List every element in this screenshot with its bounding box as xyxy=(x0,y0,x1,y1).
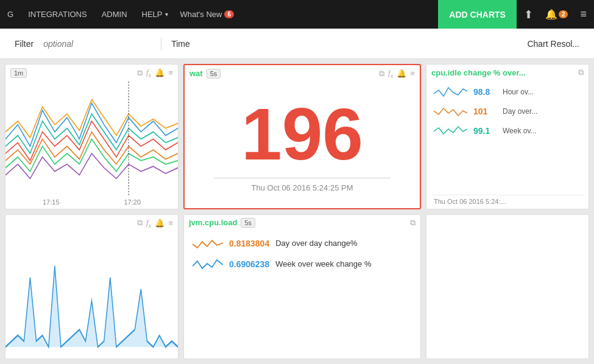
chart-resolution-label: Chart Resol... xyxy=(527,39,579,49)
wat-title: wat xyxy=(189,69,203,78)
bottom-left-chart-body xyxy=(5,231,178,359)
menu-button[interactable]: ≡ xyxy=(573,0,594,29)
main-content: 1m ⧉ fx 🔔 ≡ xyxy=(0,59,594,364)
jvm-interval-badge: 5s xyxy=(241,218,255,228)
notifications-badge: 2 xyxy=(559,10,568,18)
wat-copy-icon[interactable]: ⧉ xyxy=(379,69,384,79)
cpu-timestamp: Thu Oct 06 2016 5:24:... xyxy=(426,195,589,209)
jvm-value-0: 0.8183804 xyxy=(229,239,269,248)
blc-menu-icon[interactable]: ≡ xyxy=(168,219,173,228)
blc-bell-icon[interactable]: 🔔 xyxy=(155,219,164,228)
add-charts-button[interactable]: ADD CHARTS xyxy=(438,0,517,29)
wat-chart-header: wat 5s ⧉ fx 🔔 ≡ xyxy=(185,65,420,82)
cpu-value-2: 99.1 xyxy=(473,126,497,136)
nav-item-integrations[interactable]: INTEGRATIONS xyxy=(21,0,94,29)
jvm-desc-1: Week over week change % xyxy=(275,259,371,268)
wat-chart-card: wat 5s ⧉ fx 🔔 ≡ 196 Thu Oct 06 2016 5:24… xyxy=(183,64,421,209)
jvm-chart-header: jvm.cpu.load 5s ⧉ xyxy=(184,215,420,231)
chevron-down-icon: ▾ xyxy=(165,11,168,18)
wat-menu-icon[interactable]: ≡ xyxy=(410,69,415,78)
nav-item-g[interactable]: G xyxy=(0,0,21,29)
filter-bar: Filter Time Chart Resol... xyxy=(0,29,594,59)
cpu-desc-0: Hour ov... xyxy=(503,88,534,96)
top-left-chart-header: 1m ⧉ fx 🔔 ≡ xyxy=(5,65,178,82)
top-left-chart-card: 1m ⧉ fx 🔔 ≡ xyxy=(5,64,179,209)
bottom-right-placeholder xyxy=(426,214,589,360)
bell-icon: 🔔 xyxy=(545,9,557,20)
sparkline-orange xyxy=(434,105,467,118)
top-left-chart-footer: 17:15 17:20 xyxy=(5,197,178,209)
bottom-left-chart-card: ⧉ fx 🔔 ≡ xyxy=(5,214,179,360)
wat-timestamp: Thu Oct 06 2016 5:24:25 PM xyxy=(252,183,353,192)
cpu-title: cpu.idle change % over... xyxy=(431,68,526,77)
wat-value: 196 xyxy=(241,97,363,170)
cpu-value-1: 101 xyxy=(473,107,497,116)
nav-item-admin[interactable]: ADMIN xyxy=(94,0,135,29)
cpu-row-2: 99.1 Week ov... xyxy=(434,124,581,138)
cpu-desc-1: Day over... xyxy=(503,107,537,116)
jvm-row-1: 0.6906238 Week over week change % xyxy=(193,257,412,271)
cpu-chart-header: cpu.idle change % over... ⧉ xyxy=(426,65,589,80)
jvm-sparkline-orange xyxy=(193,237,223,250)
jvm-desc-0: Day over day change% xyxy=(275,239,357,248)
copy-icon[interactable]: ⧉ xyxy=(137,68,143,78)
nav-item-help[interactable]: HELP ▾ xyxy=(135,0,175,29)
nav-item-whats-new[interactable]: What's New 6 xyxy=(175,0,239,29)
wat-interval-badge: 5s xyxy=(207,69,221,79)
wat-bell-icon[interactable]: 🔔 xyxy=(397,69,406,78)
top-nav: G INTEGRATIONS ADMIN HELP ▾ What's New 6… xyxy=(0,0,594,29)
cpu-copy-icon[interactable]: ⧉ xyxy=(578,68,584,77)
cpu-desc-2: Week ov... xyxy=(503,127,537,135)
cpu-value-0: 98.8 xyxy=(473,87,497,97)
interval-badge-1m: 1m xyxy=(10,68,27,78)
bottom-charts-row: ⧉ fx 🔔 ≡ jvm.cpu.load 5s ⧉ xyxy=(5,214,589,360)
wat-function-icon[interactable]: fx xyxy=(388,68,393,79)
filter-input[interactable] xyxy=(43,39,151,49)
jvm-chart-card: jvm.cpu.load 5s ⧉ 0.8183804 Day over day… xyxy=(183,214,421,360)
cpu-idle-chart-card: cpu.idle change % over... ⧉ 98.8 Hour ov… xyxy=(426,64,589,209)
upload-button[interactable]: ⬆ xyxy=(517,0,540,29)
cpu-chart-body: 98.8 Hour ov... 101 Day over... 99.1 xyxy=(426,80,589,195)
time-label: Time xyxy=(171,39,190,49)
top-left-chart-body xyxy=(5,82,178,197)
jvm-chart-body: 0.8183804 Day over day change% 0.6906238… xyxy=(184,231,420,359)
bell-icon-chart[interactable]: 🔔 xyxy=(155,68,164,77)
jvm-sparkline-blue xyxy=(193,257,223,271)
jvm-copy-icon[interactable]: ⧉ xyxy=(410,218,415,228)
menu-icon-chart[interactable]: ≡ xyxy=(168,68,173,77)
filter-label: Filter xyxy=(15,39,34,49)
notifications-button[interactable]: 🔔 2 xyxy=(540,0,573,29)
top-charts-row: 1m ⧉ fx 🔔 ≡ xyxy=(5,64,589,209)
function-icon[interactable]: fx xyxy=(146,68,151,79)
bottom-left-chart-header: ⧉ fx 🔔 ≡ xyxy=(5,215,178,232)
whats-new-badge: 6 xyxy=(224,10,234,18)
jvm-row-0: 0.8183804 Day over day change% xyxy=(193,237,412,250)
sparkline-teal xyxy=(434,124,467,138)
cpu-row-1: 101 Day over... xyxy=(434,105,581,118)
blc-function-icon[interactable]: fx xyxy=(146,218,151,229)
sparkline-blue xyxy=(434,85,467,99)
jvm-value-1: 0.6906238 xyxy=(229,259,269,269)
wat-big-number-body: 196 Thu Oct 06 2016 5:24:25 PM xyxy=(185,82,420,208)
blc-copy-icon[interactable]: ⧉ xyxy=(137,218,143,228)
cpu-row-0: 98.8 Hour ov... xyxy=(434,85,581,99)
jvm-title: jvm.cpu.load xyxy=(189,218,237,227)
